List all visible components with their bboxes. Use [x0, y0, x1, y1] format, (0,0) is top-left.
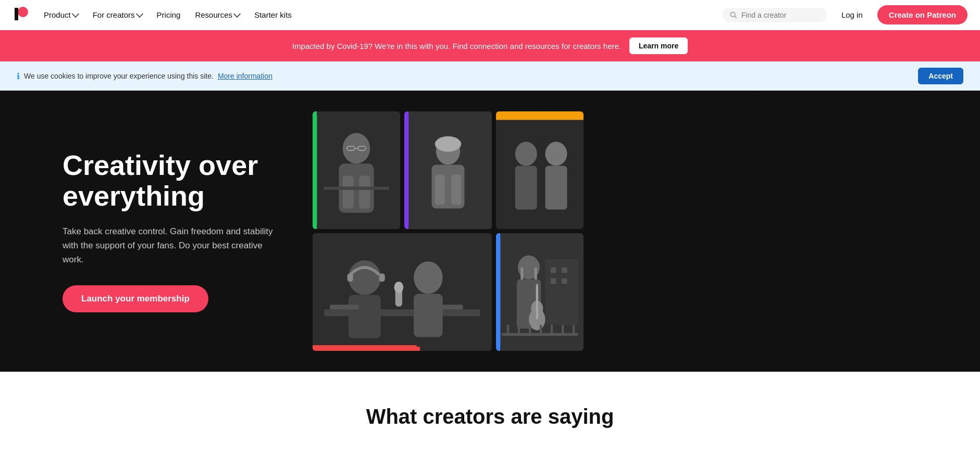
- covid-banner: Impacted by Covid-19? We're in this with…: [0, 30, 980, 61]
- svg-rect-5: [313, 116, 317, 225]
- hero-section: Creativity over everything Take back cre…: [0, 91, 980, 372]
- nav-links: Product For creators Pricing Resources S…: [38, 6, 298, 23]
- svg-rect-1: [15, 8, 18, 20]
- hero-title: Creativity over everything: [63, 150, 281, 212]
- nav-right: Log in Create on Patreon: [723, 5, 967, 24]
- svg-rect-45: [551, 279, 556, 284]
- info-icon: ℹ: [17, 71, 20, 81]
- hero-description: Take back creative control. Gain freedom…: [63, 224, 281, 267]
- more-info-link[interactable]: More information: [218, 72, 272, 80]
- hero-image-5: [496, 233, 584, 351]
- accept-button[interactable]: Accept: [918, 68, 963, 84]
- svg-rect-8: [343, 175, 354, 208]
- svg-point-25: [545, 142, 567, 166]
- pricing-label: Pricing: [157, 10, 181, 19]
- hero-images: [313, 111, 584, 351]
- for-creators-chevron-icon: [135, 10, 143, 18]
- svg-line-3: [735, 16, 736, 18]
- covid-message: Impacted by Covid-19? We're in this with…: [292, 42, 621, 50]
- resources-label: Resources: [195, 10, 232, 19]
- product-label: Product: [44, 10, 71, 19]
- svg-rect-19: [451, 174, 461, 205]
- svg-rect-53: [536, 284, 538, 319]
- learn-more-button[interactable]: Learn more: [629, 37, 688, 54]
- svg-rect-46: [562, 279, 567, 284]
- svg-rect-41: [496, 237, 500, 347]
- svg-rect-28: [313, 345, 417, 350]
- svg-point-30: [349, 260, 381, 295]
- svg-rect-39: [428, 305, 463, 309]
- patreon-logo[interactable]: [13, 6, 38, 24]
- svg-rect-29: [324, 309, 480, 316]
- svg-point-0: [18, 7, 28, 17]
- svg-rect-15: [404, 116, 408, 225]
- hero-content: Creativity over everything Take back cre…: [63, 150, 281, 312]
- starter-kits-link[interactable]: Starter kits: [248, 6, 298, 23]
- svg-rect-44: [562, 268, 567, 273]
- svg-rect-9: [359, 175, 370, 208]
- svg-rect-62: [562, 325, 564, 336]
- resources-menu[interactable]: Resources: [189, 6, 246, 23]
- svg-rect-32: [348, 273, 353, 282]
- svg-rect-59: [529, 325, 531, 336]
- for-creators-menu[interactable]: For creators: [86, 6, 148, 23]
- navbar: Product For creators Pricing Resources S…: [0, 0, 980, 30]
- svg-rect-31: [349, 295, 381, 338]
- search-input[interactable]: [741, 11, 820, 19]
- what-creators-section: What creators are saying: [0, 372, 980, 449]
- svg-point-34: [414, 261, 442, 294]
- hero-image-3: [496, 111, 584, 229]
- svg-rect-35: [414, 294, 442, 337]
- cookie-banner: ℹ We use cookies to improve your experie…: [0, 61, 980, 91]
- svg-rect-58: [518, 325, 520, 336]
- launch-membership-button[interactable]: Launch your membership: [63, 285, 208, 312]
- pricing-link[interactable]: Pricing: [151, 6, 187, 23]
- svg-rect-22: [496, 116, 584, 120]
- hero-image-4: [313, 233, 492, 351]
- starter-kits-label: Starter kits: [254, 10, 292, 19]
- product-menu[interactable]: Product: [38, 6, 84, 23]
- svg-rect-43: [551, 268, 556, 273]
- search-icon: [730, 11, 737, 19]
- product-chevron-icon: [72, 10, 79, 18]
- svg-point-23: [515, 142, 537, 166]
- svg-rect-38: [330, 305, 358, 309]
- hero-image-2: [404, 111, 492, 229]
- login-button[interactable]: Log in: [835, 6, 869, 23]
- svg-rect-24: [515, 166, 537, 210]
- svg-rect-21: [496, 116, 584, 225]
- search-bar[interactable]: [723, 8, 827, 22]
- svg-rect-26: [545, 166, 567, 210]
- svg-point-20: [435, 136, 461, 151]
- svg-rect-63: [573, 325, 575, 336]
- cookie-message: We use cookies to improve your experienc…: [24, 72, 214, 80]
- hero-image-1: [313, 111, 400, 229]
- svg-rect-61: [551, 325, 553, 336]
- resources-chevron-icon: [233, 10, 241, 18]
- for-creators-label: For creators: [93, 10, 135, 19]
- svg-rect-60: [540, 325, 542, 336]
- svg-rect-13: [324, 186, 389, 189]
- svg-point-37: [394, 282, 403, 293]
- create-on-patreon-button[interactable]: Create on Patreon: [877, 5, 967, 24]
- svg-rect-57: [507, 325, 509, 336]
- svg-rect-18: [435, 174, 445, 205]
- what-creators-title: What creators are saying: [13, 405, 967, 428]
- svg-rect-33: [379, 273, 385, 282]
